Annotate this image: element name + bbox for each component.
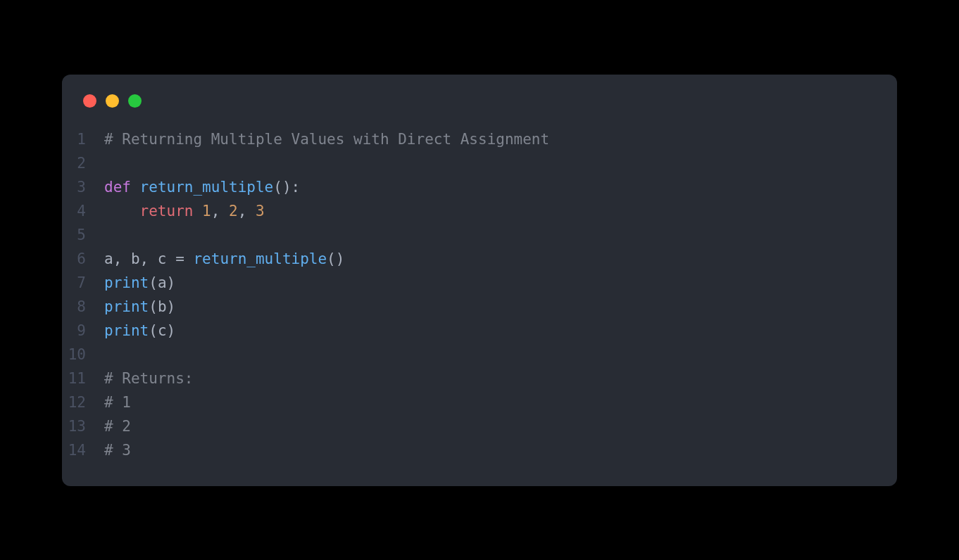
code-line: 2 bbox=[62, 151, 897, 175]
code-line: 4 return 1, 2, 3 bbox=[62, 199, 897, 223]
token-punct: ( bbox=[149, 274, 158, 291]
code-area: 1# Returning Multiple Values with Direct… bbox=[62, 127, 897, 462]
token-funccall: print bbox=[104, 322, 149, 339]
token-punct: (): bbox=[273, 179, 300, 196]
code-line: 13# 2 bbox=[62, 414, 897, 438]
line-content: print(c) bbox=[104, 319, 897, 343]
code-window: 1# Returning Multiple Values with Direct… bbox=[62, 75, 897, 486]
line-content bbox=[104, 151, 897, 175]
line-content: return 1, 2, 3 bbox=[104, 199, 897, 223]
line-number: 8 bbox=[62, 295, 104, 319]
window-controls bbox=[62, 94, 897, 108]
token-plain bbox=[193, 203, 202, 219]
line-number: 12 bbox=[62, 390, 104, 414]
code-line: 3def return_multiple(): bbox=[62, 175, 897, 199]
line-number: 13 bbox=[62, 414, 104, 438]
line-number: 4 bbox=[62, 199, 104, 223]
token-punct: ) bbox=[167, 298, 176, 315]
line-content: # Returns: bbox=[104, 367, 897, 390]
token-comment: # Returns: bbox=[104, 370, 193, 387]
line-content: print(a) bbox=[104, 271, 897, 295]
line-content: # Returning Multiple Values with Direct … bbox=[104, 127, 897, 151]
line-number: 11 bbox=[62, 367, 104, 390]
token-comment: # 2 bbox=[104, 418, 131, 435]
token-plain bbox=[131, 179, 140, 196]
code-line: 14# 3 bbox=[62, 438, 897, 462]
token-keyword-return: return bbox=[140, 203, 194, 219]
token-plain: a, b, c bbox=[104, 250, 175, 267]
token-punct: = bbox=[175, 250, 193, 267]
code-line: 10 bbox=[62, 343, 897, 367]
code-line: 12# 1 bbox=[62, 390, 897, 414]
code-line: 1# Returning Multiple Values with Direct… bbox=[62, 127, 897, 151]
token-funcdef: return_multiple bbox=[140, 179, 274, 196]
token-plain: c bbox=[158, 322, 167, 339]
code-line: 11# Returns: bbox=[62, 367, 897, 390]
line-number: 7 bbox=[62, 271, 104, 295]
code-line: 7print(a) bbox=[62, 271, 897, 295]
token-plain: b bbox=[158, 298, 167, 315]
token-punct: , bbox=[211, 203, 229, 219]
token-plain: a bbox=[158, 274, 167, 291]
token-punct: ) bbox=[167, 274, 176, 291]
code-line: 8print(b) bbox=[62, 295, 897, 319]
line-number: 14 bbox=[62, 438, 104, 462]
token-number: 2 bbox=[229, 203, 238, 219]
line-content: a, b, c = return_multiple() bbox=[104, 247, 897, 271]
line-content bbox=[104, 343, 897, 367]
line-number: 3 bbox=[62, 175, 104, 199]
code-line: 6a, b, c = return_multiple() bbox=[62, 247, 897, 271]
token-punct: , bbox=[238, 203, 256, 219]
line-number: 2 bbox=[62, 151, 104, 175]
line-content bbox=[104, 223, 897, 247]
token-comment: # 3 bbox=[104, 442, 131, 459]
token-funccall: print bbox=[104, 298, 149, 315]
minimize-icon[interactable] bbox=[106, 94, 119, 108]
token-comment: # 1 bbox=[104, 394, 131, 411]
token-keyword: def bbox=[104, 179, 131, 196]
token-number: 1 bbox=[202, 203, 211, 219]
close-icon[interactable] bbox=[83, 94, 96, 108]
token-comment: # Returning Multiple Values with Direct … bbox=[104, 131, 549, 148]
line-number: 5 bbox=[62, 223, 104, 247]
line-number: 1 bbox=[62, 127, 104, 151]
maximize-icon[interactable] bbox=[128, 94, 142, 108]
token-funccall: print bbox=[104, 274, 149, 291]
code-line: 9print(c) bbox=[62, 319, 897, 343]
token-funccall: return_multiple bbox=[193, 250, 327, 267]
token-punct: ) bbox=[167, 322, 176, 339]
token-punct: () bbox=[327, 250, 344, 267]
line-content: # 1 bbox=[104, 390, 897, 414]
line-content: # 2 bbox=[104, 414, 897, 438]
line-content: print(b) bbox=[104, 295, 897, 319]
token-plain bbox=[104, 203, 140, 219]
code-line: 5 bbox=[62, 223, 897, 247]
line-number: 10 bbox=[62, 343, 104, 367]
token-punct: ( bbox=[149, 322, 158, 339]
line-number: 6 bbox=[62, 247, 104, 271]
line-content: def return_multiple(): bbox=[104, 175, 897, 199]
token-punct: ( bbox=[149, 298, 158, 315]
line-number: 9 bbox=[62, 319, 104, 343]
line-content: # 3 bbox=[104, 438, 897, 462]
token-number: 3 bbox=[256, 203, 265, 219]
